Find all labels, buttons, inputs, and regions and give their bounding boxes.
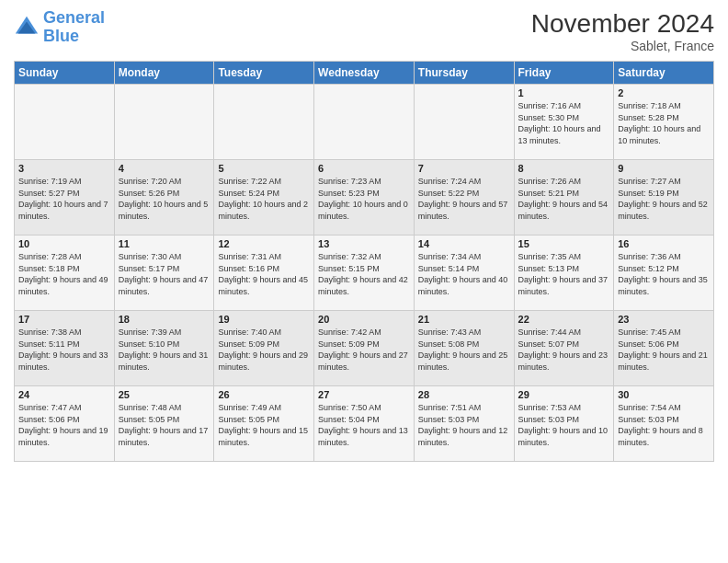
- day-info: Sunrise: 7:53 AM Sunset: 5:03 PM Dayligh…: [518, 402, 610, 448]
- calendar-week-4: 17Sunrise: 7:38 AM Sunset: 5:11 PM Dayli…: [15, 311, 714, 386]
- day-info: Sunrise: 7:27 AM Sunset: 5:19 PM Dayligh…: [618, 176, 710, 222]
- day-info: Sunrise: 7:40 AM Sunset: 5:09 PM Dayligh…: [218, 327, 310, 373]
- logo-text: General Blue: [43, 9, 105, 46]
- calendar-cell-3-5: 14Sunrise: 7:34 AM Sunset: 5:14 PM Dayli…: [414, 236, 514, 311]
- logo-line2: Blue: [43, 27, 79, 45]
- day-info: Sunrise: 7:36 AM Sunset: 5:12 PM Dayligh…: [618, 251, 710, 297]
- calendar-week-2: 3Sunrise: 7:19 AM Sunset: 5:27 PM Daylig…: [15, 160, 714, 236]
- day-number: 27: [318, 389, 410, 400]
- day-number: 2: [618, 87, 710, 98]
- day-info: Sunrise: 7:54 AM Sunset: 5:03 PM Dayligh…: [618, 402, 710, 448]
- day-number: 10: [18, 238, 110, 249]
- logo: General Blue: [14, 9, 105, 46]
- location: Sablet, France: [531, 39, 714, 53]
- day-number: 17: [18, 314, 110, 325]
- calendar-cell-1-4: [314, 85, 415, 160]
- logo-line1: General: [43, 8, 105, 27]
- day-number: 24: [18, 389, 110, 400]
- calendar-cell-5-1: 24Sunrise: 7:47 AM Sunset: 5:06 PM Dayli…: [15, 386, 115, 462]
- title-block: November 2024 Sablet, France: [531, 9, 714, 53]
- calendar-cell-2-6: 8Sunrise: 7:26 AM Sunset: 5:21 PM Daylig…: [514, 160, 614, 236]
- day-info: Sunrise: 7:31 AM Sunset: 5:16 PM Dayligh…: [218, 251, 310, 297]
- day-number: 3: [18, 163, 110, 174]
- day-info: Sunrise: 7:39 AM Sunset: 5:10 PM Dayligh…: [119, 327, 210, 373]
- day-info: Sunrise: 7:30 AM Sunset: 5:17 PM Dayligh…: [119, 251, 210, 297]
- calendar-cell-5-2: 25Sunrise: 7:48 AM Sunset: 5:05 PM Dayli…: [114, 386, 214, 462]
- calendar-cell-2-3: 5Sunrise: 7:22 AM Sunset: 5:24 PM Daylig…: [214, 160, 314, 236]
- day-info: Sunrise: 7:26 AM Sunset: 5:21 PM Dayligh…: [518, 176, 610, 222]
- day-info: Sunrise: 7:45 AM Sunset: 5:06 PM Dayligh…: [618, 327, 710, 373]
- calendar-cell-3-4: 13Sunrise: 7:32 AM Sunset: 5:15 PM Dayli…: [314, 236, 415, 311]
- day-number: 20: [318, 314, 410, 325]
- calendar-week-1: 1Sunrise: 7:16 AM Sunset: 5:30 PM Daylig…: [15, 85, 714, 160]
- day-info: Sunrise: 7:35 AM Sunset: 5:13 PM Dayligh…: [518, 251, 610, 297]
- calendar-cell-5-7: 30Sunrise: 7:54 AM Sunset: 5:03 PM Dayli…: [614, 386, 714, 462]
- day-number: 25: [119, 389, 210, 400]
- calendar-cell-3-6: 15Sunrise: 7:35 AM Sunset: 5:13 PM Dayli…: [514, 236, 614, 311]
- day-number: 18: [119, 314, 210, 325]
- day-info: Sunrise: 7:44 AM Sunset: 5:07 PM Dayligh…: [518, 327, 610, 373]
- day-info: Sunrise: 7:49 AM Sunset: 5:05 PM Dayligh…: [218, 402, 310, 448]
- col-saturday: Saturday: [614, 62, 714, 85]
- calendar-cell-3-3: 12Sunrise: 7:31 AM Sunset: 5:16 PM Dayli…: [214, 236, 314, 311]
- calendar-cell-1-3: [214, 85, 314, 160]
- day-info: Sunrise: 7:34 AM Sunset: 5:14 PM Dayligh…: [418, 251, 510, 297]
- calendar-cell-5-3: 26Sunrise: 7:49 AM Sunset: 5:05 PM Dayli…: [214, 386, 314, 462]
- calendar-cell-4-1: 17Sunrise: 7:38 AM Sunset: 5:11 PM Dayli…: [15, 311, 115, 386]
- day-number: 12: [218, 238, 310, 249]
- calendar-cell-5-5: 28Sunrise: 7:51 AM Sunset: 5:03 PM Dayli…: [414, 386, 514, 462]
- calendar-cell-2-2: 4Sunrise: 7:20 AM Sunset: 5:26 PM Daylig…: [114, 160, 214, 236]
- col-friday: Friday: [514, 62, 614, 85]
- calendar-cell-4-3: 19Sunrise: 7:40 AM Sunset: 5:09 PM Dayli…: [214, 311, 314, 386]
- day-number: 21: [418, 314, 510, 325]
- calendar-cell-1-2: [114, 85, 214, 160]
- day-info: Sunrise: 7:51 AM Sunset: 5:03 PM Dayligh…: [418, 402, 510, 448]
- col-sunday: Sunday: [15, 62, 115, 85]
- day-info: Sunrise: 7:28 AM Sunset: 5:18 PM Dayligh…: [18, 251, 110, 297]
- day-info: Sunrise: 7:32 AM Sunset: 5:15 PM Dayligh…: [318, 251, 410, 297]
- day-number: 13: [318, 238, 410, 249]
- calendar-cell-4-6: 22Sunrise: 7:44 AM Sunset: 5:07 PM Dayli…: [514, 311, 614, 386]
- day-number: 23: [618, 314, 710, 325]
- day-number: 15: [518, 238, 610, 249]
- day-number: 6: [318, 163, 410, 174]
- day-number: 19: [218, 314, 310, 325]
- calendar-cell-3-1: 10Sunrise: 7:28 AM Sunset: 5:18 PM Dayli…: [15, 236, 115, 311]
- calendar-cell-3-7: 16Sunrise: 7:36 AM Sunset: 5:12 PM Dayli…: [614, 236, 714, 311]
- day-number: 11: [119, 238, 210, 249]
- day-number: 9: [618, 163, 710, 174]
- calendar-cell-1-7: 2Sunrise: 7:18 AM Sunset: 5:28 PM Daylig…: [614, 85, 714, 160]
- day-info: Sunrise: 7:38 AM Sunset: 5:11 PM Dayligh…: [18, 327, 110, 373]
- day-info: Sunrise: 7:16 AM Sunset: 5:30 PM Dayligh…: [518, 100, 610, 146]
- day-info: Sunrise: 7:18 AM Sunset: 5:28 PM Dayligh…: [618, 100, 710, 146]
- calendar-cell-5-4: 27Sunrise: 7:50 AM Sunset: 5:04 PM Dayli…: [314, 386, 415, 462]
- page-header: General Blue November 2024 Sablet, Franc…: [14, 9, 714, 53]
- month-year: November 2024: [531, 9, 714, 39]
- calendar-cell-4-7: 23Sunrise: 7:45 AM Sunset: 5:06 PM Dayli…: [614, 311, 714, 386]
- calendar-header-row: Sunday Monday Tuesday Wednesday Thursday…: [15, 62, 714, 85]
- calendar-cell-1-6: 1Sunrise: 7:16 AM Sunset: 5:30 PM Daylig…: [514, 85, 614, 160]
- day-number: 1: [518, 87, 610, 98]
- day-number: 4: [119, 163, 210, 174]
- day-number: 7: [418, 163, 510, 174]
- calendar-cell-1-5: [414, 85, 514, 160]
- day-info: Sunrise: 7:42 AM Sunset: 5:09 PM Dayligh…: [318, 327, 410, 373]
- calendar-cell-4-5: 21Sunrise: 7:43 AM Sunset: 5:08 PM Dayli…: [414, 311, 514, 386]
- day-number: 14: [418, 238, 510, 249]
- day-number: 30: [618, 389, 710, 400]
- day-number: 8: [518, 163, 610, 174]
- col-wednesday: Wednesday: [314, 62, 415, 85]
- calendar-cell-2-7: 9Sunrise: 7:27 AM Sunset: 5:19 PM Daylig…: [614, 160, 714, 236]
- day-info: Sunrise: 7:50 AM Sunset: 5:04 PM Dayligh…: [318, 402, 410, 448]
- calendar-week-3: 10Sunrise: 7:28 AM Sunset: 5:18 PM Dayli…: [15, 236, 714, 311]
- day-info: Sunrise: 7:19 AM Sunset: 5:27 PM Dayligh…: [18, 176, 110, 222]
- day-number: 16: [618, 238, 710, 249]
- page-container: General Blue November 2024 Sablet, Franc…: [0, 0, 728, 471]
- calendar-table: Sunday Monday Tuesday Wednesday Thursday…: [14, 61, 714, 462]
- day-info: Sunrise: 7:43 AM Sunset: 5:08 PM Dayligh…: [418, 327, 510, 373]
- logo-icon: [14, 15, 40, 40]
- calendar-cell-3-2: 11Sunrise: 7:30 AM Sunset: 5:17 PM Dayli…: [114, 236, 214, 311]
- day-number: 22: [518, 314, 610, 325]
- day-info: Sunrise: 7:22 AM Sunset: 5:24 PM Dayligh…: [218, 176, 310, 222]
- day-number: 28: [418, 389, 510, 400]
